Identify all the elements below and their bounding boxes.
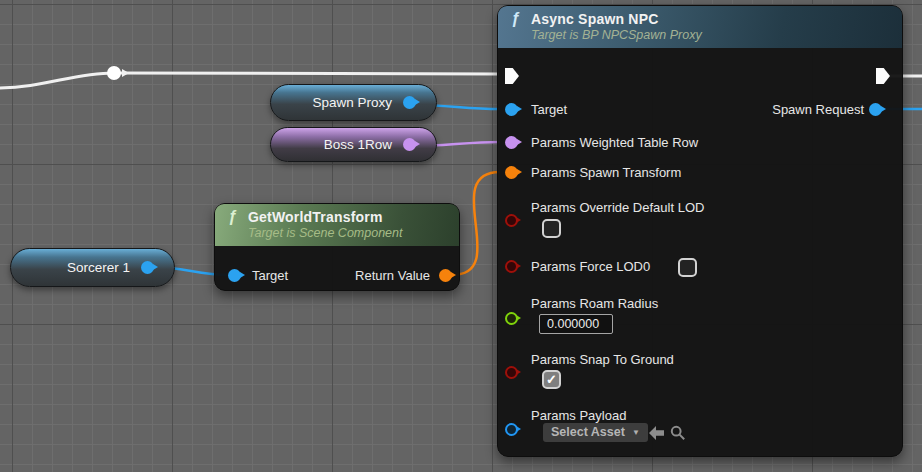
snap-to-ground-pin[interactable] xyxy=(505,366,518,379)
weighted-table-row-label: Params Weighted Table Row xyxy=(531,135,698,151)
boss-1row-output-pin[interactable] xyxy=(403,138,416,151)
reroute-node[interactable] xyxy=(107,66,121,80)
force-lod0-checkbox[interactable] xyxy=(678,258,697,277)
spawn-request-pin[interactable] xyxy=(869,103,882,116)
override-lod-label: Params Override Default LOD xyxy=(531,200,704,216)
sorcerer-1-output-pin[interactable] xyxy=(141,261,154,274)
snap-to-ground-label: Params Snap To Ground xyxy=(531,352,674,368)
spawn-transform-label: Params Spawn Transform xyxy=(531,165,681,181)
variable-boss-1row[interactable]: Boss 1Row xyxy=(270,127,437,162)
payload-asset-dropdown[interactable]: Select Asset ▼ xyxy=(543,423,648,442)
async-spawn-npc-node[interactable]: ƒ Async Spawn NPC Target is BP NPCSpawn … xyxy=(497,5,903,457)
variable-spawn-proxy[interactable]: Spawn Proxy xyxy=(270,84,437,121)
get-world-transform-node[interactable]: ƒ GetWorldTransform Target is Scene Comp… xyxy=(214,203,460,291)
function-icon: ƒ xyxy=(228,209,240,225)
browse-magnifier-icon[interactable] xyxy=(670,425,686,441)
spawn-request-pin-label: Spawn Request xyxy=(772,102,864,118)
override-lod-pin[interactable] xyxy=(505,214,518,227)
weighted-table-row-pin[interactable] xyxy=(505,136,518,149)
variable-sorcerer-1[interactable]: Sorcerer 1 xyxy=(10,248,175,287)
target-pin[interactable] xyxy=(505,103,518,116)
variable-label: Spawn Proxy xyxy=(312,95,392,110)
spawn-proxy-output-pin[interactable] xyxy=(403,96,416,109)
transform-node-header[interactable]: ƒ GetWorldTransform Target is Scene Comp… xyxy=(215,204,459,246)
exec-output-pin[interactable] xyxy=(876,68,890,84)
target-pin-label: Target xyxy=(252,268,288,284)
function-icon: ƒ xyxy=(511,11,523,27)
target-pin-label: Target xyxy=(531,102,567,118)
spawn-transform-pin[interactable] xyxy=(505,166,518,179)
target-pin[interactable] xyxy=(228,269,241,282)
roam-radius-field[interactable]: 0.000000 xyxy=(539,314,613,334)
return-value-pin[interactable] xyxy=(439,269,452,282)
payload-pin[interactable] xyxy=(505,423,518,436)
node-subtitle: Target is Scene Component xyxy=(248,226,449,240)
node-title: GetWorldTransform xyxy=(248,209,383,225)
override-lod-checkbox[interactable] xyxy=(542,219,561,238)
force-lod0-pin[interactable] xyxy=(505,260,518,273)
dropdown-caret-icon: ▼ xyxy=(632,423,640,442)
force-lod0-label: Params Force LOD0 xyxy=(531,259,650,275)
roam-radius-pin[interactable] xyxy=(505,312,518,325)
async-node-header[interactable]: ƒ Async Spawn NPC Target is BP NPCSpawn … xyxy=(498,6,902,48)
roam-radius-label: Params Roam Radius xyxy=(531,296,658,312)
node-title: Async Spawn NPC xyxy=(531,11,658,27)
blueprint-graph-canvas[interactable]: ƒ Async Spawn NPC Target is BP NPCSpawn … xyxy=(0,0,922,472)
variable-label: Sorcerer 1 xyxy=(67,260,130,275)
reroute-tip xyxy=(122,69,129,77)
snap-to-ground-checkbox[interactable]: ✓ xyxy=(542,370,561,389)
return-value-label: Return Value xyxy=(355,268,430,284)
exec-input-pin[interactable] xyxy=(505,68,519,84)
payload-label: Params Payload xyxy=(531,408,626,424)
node-subtitle: Target is BP NPCSpawn Proxy xyxy=(531,28,892,42)
payload-dropdown-label: Select Asset xyxy=(551,423,625,442)
use-selected-arrow-icon[interactable] xyxy=(649,426,665,440)
variable-label: Boss 1Row xyxy=(324,137,392,152)
